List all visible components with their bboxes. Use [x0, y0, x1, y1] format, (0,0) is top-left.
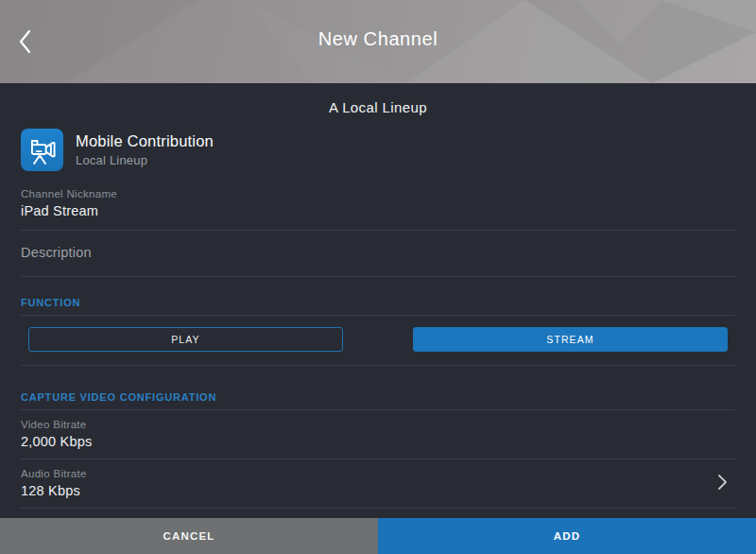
video-bitrate-row[interactable]: Video Bitrate 2,000 Kbps: [21, 410, 735, 459]
function-segmented-control: PLAY STREAM: [28, 327, 728, 352]
cancel-button[interactable]: CANCEL: [0, 518, 378, 554]
description-field[interactable]: Description: [21, 231, 735, 277]
video-camera-icon: [21, 129, 63, 171]
function-section-divider: [21, 365, 735, 366]
audio-bitrate-row[interactable]: Audio Bitrate 128 Kbps: [21, 459, 735, 509]
footer-action-bar: CANCEL ADD: [0, 518, 756, 554]
audio-bitrate-label: Audio Bitrate: [21, 468, 735, 479]
channel-name: Mobile Contribution: [76, 132, 214, 150]
capture-section-label: CAPTURE VIDEO CONFIGURATION: [21, 391, 735, 410]
header: New Channel: [0, 0, 756, 83]
channel-meta: Mobile Contribution Local Lineup: [76, 132, 214, 167]
new-channel-screen: New Channel A Local Lineup Mobile Contri…: [0, 0, 756, 554]
audio-bitrate-value: 128 Kbps: [21, 483, 735, 498]
description-placeholder: Description: [21, 245, 735, 260]
function-option-stream[interactable]: STREAM: [413, 327, 728, 352]
add-button[interactable]: ADD: [378, 518, 756, 554]
channel-nickname-value[interactable]: iPad Stream: [21, 203, 735, 218]
channel-header: Mobile Contribution Local Lineup: [21, 129, 735, 171]
channel-nickname-label: Channel Nickname: [21, 188, 735, 199]
function-section-label: FUNCTION: [21, 297, 735, 316]
form-content: Channel Nickname iPad Stream Description…: [0, 188, 756, 554]
lineup-title: A Local Lineup: [0, 83, 756, 115]
chevron-right-icon: [717, 474, 728, 494]
channel-nickname-field[interactable]: Channel Nickname iPad Stream: [21, 188, 735, 231]
channel-type: Local Lineup: [76, 153, 214, 167]
video-bitrate-value: 2,000 Kbps: [21, 434, 735, 449]
page-title: New Channel: [0, 28, 756, 50]
function-option-play[interactable]: PLAY: [28, 327, 343, 352]
video-bitrate-label: Video Bitrate: [21, 419, 735, 430]
